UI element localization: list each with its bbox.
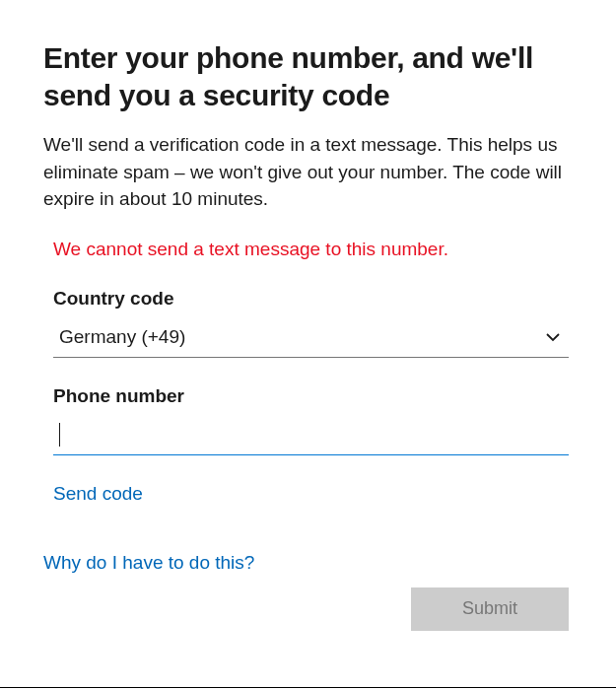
country-code-select[interactable]: Germany (+49) (53, 317, 569, 358)
country-code-label: Country code (53, 288, 569, 310)
phone-number-label: Phone number (53, 385, 569, 407)
chevron-down-icon (537, 329, 569, 345)
phone-number-field: Phone number (43, 385, 573, 455)
why-do-this-link[interactable]: Why do I have to do this? (43, 552, 254, 574)
phone-number-input-wrap[interactable] (53, 415, 569, 455)
phone-number-input[interactable] (53, 424, 569, 446)
error-message: We cannot send a text message to this nu… (43, 239, 573, 260)
country-code-selected-value: Germany (+49) (53, 326, 537, 348)
country-code-field: Country code Germany (+49) (43, 288, 573, 358)
page-subtitle: We'll send a verification code in a text… (43, 131, 573, 213)
bottom-divider (0, 687, 616, 688)
text-caret (59, 423, 60, 447)
send-code-link[interactable]: Send code (53, 483, 143, 505)
page-title: Enter your phone number, and we'll send … (43, 39, 573, 113)
submit-button[interactable]: Submit (411, 587, 569, 631)
